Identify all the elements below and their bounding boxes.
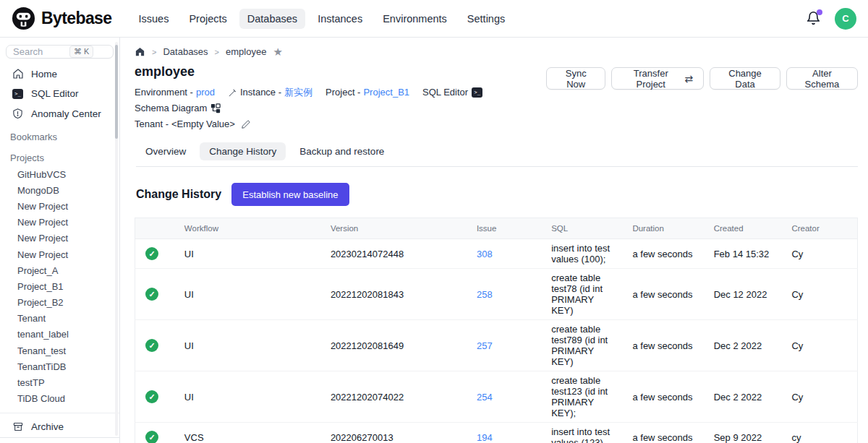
change-data-button[interactable]: Change Data: [710, 67, 780, 90]
version-cell: 20221202074022: [323, 371, 469, 423]
sidebar-project-item[interactable]: New Project: [0, 215, 119, 231]
table-row[interactable]: ✓ UI 20221202081843 258 create table tes…: [135, 269, 858, 320]
change-history-table: WorkflowVersionIssueSQLDurationCreatedCr…: [135, 218, 858, 443]
sidebar-project-item[interactable]: New Project: [0, 231, 119, 246]
user-avatar[interactable]: C: [835, 8, 856, 30]
duration-cell: a few seconds: [625, 239, 706, 269]
page-title: employee: [135, 64, 546, 79]
workflow-cell: UI: [177, 239, 323, 269]
sql-cell: insert into test values (123): [544, 423, 625, 443]
tab[interactable]: Change History: [200, 142, 286, 160]
table-row[interactable]: ✓ VCS 202206270013 194 insert into test …: [135, 423, 858, 443]
sql-cell: create table test123 (id int PRIMARY KEY…: [544, 371, 625, 423]
sidebar-project-item[interactable]: Tenant_test: [0, 343, 119, 358]
sidebar-project-item[interactable]: TenantTiDB: [0, 358, 119, 374]
edit-pencil-icon[interactable]: [241, 119, 251, 129]
sidebar-item-label: Anomaly Center: [31, 108, 101, 119]
sidebar-project-item[interactable]: tenant_label: [0, 327, 119, 343]
sidebar-project-item[interactable]: Project_A: [0, 262, 119, 278]
terminal-icon: >_: [12, 89, 24, 99]
sql-cell: create table test78 (id int PRIMARY KEY): [544, 269, 625, 320]
table-body: ✓ UI 20230214072448 308 insert into test…: [135, 239, 858, 443]
sidebar-project-item[interactable]: Project_B1: [0, 278, 119, 294]
sidebar-item-archive[interactable]: Archive: [0, 418, 119, 436]
page-header: employee Environment - prod: [135, 64, 858, 132]
sidebar-scrollbar[interactable]: [115, 42, 118, 436]
main-content: > Databases > employee ★ employee Enviro…: [120, 38, 868, 443]
establish-baseline-button[interactable]: Establish new baseline: [231, 183, 349, 206]
terminal-icon: >_: [472, 87, 482, 98]
home-icon: [12, 68, 24, 79]
sidebar-footer: Enterprise Plan: [0, 437, 119, 443]
table-row[interactable]: ✓ UI 20230214072448 308 insert into test…: [135, 239, 858, 269]
column-header: Duration: [625, 218, 706, 239]
status-done-icon: ✓: [145, 390, 158, 403]
sidebar-item-sql-editor[interactable]: >_ SQL Editor: [0, 85, 119, 103]
bytebase-logo[interactable]: Bytebase: [12, 7, 111, 30]
project-list: GitHubVCS MongoDB New Project New Projec…: [0, 166, 119, 407]
sidebar-item-home[interactable]: Home: [0, 64, 119, 83]
issue-link[interactable]: 258: [477, 289, 493, 300]
bookmarks-section-label: Bookmarks: [0, 124, 119, 145]
instance-link[interactable]: 新实例: [284, 85, 312, 100]
sync-now-button[interactable]: Sync Now: [546, 67, 605, 90]
sidebar-project-item[interactable]: TiDB Cloud: [0, 391, 119, 407]
sidebar-divider: [0, 413, 119, 413]
nav-item[interactable]: Settings: [459, 9, 513, 29]
tab[interactable]: Overview: [136, 142, 195, 160]
bookmark-star-icon[interactable]: ★: [273, 46, 282, 57]
schema-diagram-link[interactable]: Schema Diagram: [135, 100, 221, 116]
breadcrumb-home-icon[interactable]: [135, 46, 145, 57]
table-row[interactable]: ✓ UI 20221202074022 254 create table tes…: [135, 371, 858, 423]
brand-name: Bytebase: [41, 9, 111, 28]
status-column-header: [135, 218, 177, 239]
nav-item[interactable]: Databases: [239, 9, 305, 29]
sidebar-project-item[interactable]: Tenant: [0, 311, 119, 327]
nav-item[interactable]: Environments: [375, 9, 455, 29]
archive-icon: [12, 421, 24, 432]
duration-cell: a few seconds: [625, 423, 706, 443]
version-cell: 20221202081843: [323, 269, 469, 320]
alter-schema-button[interactable]: Alter Schema: [786, 67, 858, 90]
page-actions: Sync Now Transfer Project ⇄ Change Data …: [546, 64, 858, 90]
projects-section-label: Projects: [0, 145, 119, 166]
sidebar-project-item[interactable]: Project_B2: [0, 295, 119, 311]
transfer-project-button[interactable]: Transfer Project ⇄: [611, 67, 704, 90]
sql-cell: insert into test values (100);: [544, 239, 625, 269]
issue-link[interactable]: 194: [477, 432, 493, 443]
table-row[interactable]: ✓ UI 20221202081649 257 create table tes…: [135, 320, 858, 371]
sql-editor-link[interactable]: SQL Editor >_: [422, 85, 482, 100]
notification-bell-button[interactable]: [806, 11, 822, 27]
issue-link[interactable]: 254: [477, 392, 493, 403]
sidebar-scrollbar-thumb[interactable]: [115, 45, 118, 139]
sidebar-project-item[interactable]: New Project: [0, 246, 119, 262]
tenant-label: Tenant -: [135, 116, 169, 132]
breadcrumb-chevron: >: [152, 48, 156, 56]
issue-link[interactable]: 308: [477, 249, 493, 259]
nav-item[interactable]: Issues: [130, 9, 176, 29]
sidebar-item-anomaly-center[interactable]: Anomaly Center: [0, 104, 119, 123]
creator-cell: cy: [784, 423, 857, 443]
breadcrumb-chevron: >: [215, 48, 219, 56]
section-title: Change History: [136, 188, 221, 201]
column-header: Creator: [784, 218, 857, 239]
breadcrumb-databases[interactable]: Databases: [163, 46, 208, 57]
project-link[interactable]: Project_B1: [363, 85, 409, 100]
issue-link[interactable]: 257: [477, 340, 493, 351]
breadcrumb-current: employee: [226, 46, 266, 57]
search-input[interactable]: [13, 46, 69, 57]
nav-item[interactable]: Instances: [310, 9, 370, 29]
workflow-cell: UI: [177, 269, 323, 320]
created-cell: Feb 14 15:32: [707, 239, 785, 269]
environment-label: Environment -: [135, 85, 193, 100]
sidebar-project-item[interactable]: New Project: [0, 198, 119, 214]
sidebar-project-item[interactable]: MongoDB: [0, 182, 119, 198]
environment-link[interactable]: prod: [196, 85, 215, 100]
tab[interactable]: Backup and restore: [290, 142, 393, 160]
sidebar-project-item[interactable]: GitHubVCS: [0, 166, 119, 182]
tenant-value: <Empty Value>: [171, 116, 235, 132]
search-box[interactable]: ⌘ K: [6, 45, 114, 59]
sidebar-project-item[interactable]: testTP: [0, 374, 119, 390]
nav-item[interactable]: Projects: [181, 9, 234, 29]
sidebar-item-label: Archive: [31, 421, 64, 432]
